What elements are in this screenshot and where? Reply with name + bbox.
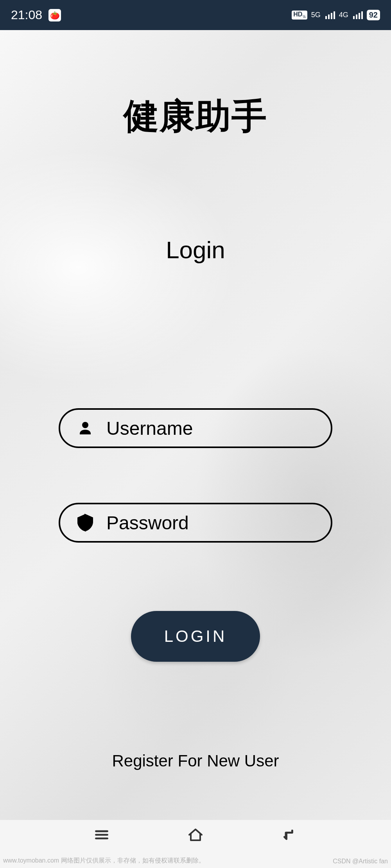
username-input[interactable] (106, 418, 340, 439)
status-right: HD½ 5G 4G 92 (292, 10, 380, 20)
login-heading: Login (166, 236, 225, 264)
signal-4g-label: 4G (339, 11, 348, 19)
footer-watermark-left: www.toymoban.com 网络图片仅供展示，非存储，如有侵权请联系删除。 (3, 857, 205, 865)
hd-badge: HD½ (292, 11, 307, 20)
nav-bar (0, 820, 391, 850)
nav-back-button[interactable] (278, 824, 300, 846)
svg-point-0 (82, 422, 88, 428)
login-button[interactable]: LOGIN (131, 611, 260, 662)
username-field-container[interactable] (59, 408, 332, 448)
nav-home-button[interactable] (185, 824, 206, 846)
status-time: 21:08 (11, 8, 42, 22)
footer-watermark-right: CSDN @Artistic fan (333, 858, 388, 865)
status-bar: 21:08 🍅 HD½ 5G 4G 92 (0, 0, 391, 30)
password-field-container[interactable] (59, 503, 332, 543)
person-icon (76, 419, 95, 438)
signal-5g-bars (325, 11, 335, 19)
app-title: 健康助手 (124, 93, 267, 140)
nav-menu-button[interactable] (91, 824, 113, 846)
shield-icon (76, 513, 95, 532)
signal-5g-label: 5G (311, 11, 321, 19)
status-left: 21:08 🍅 (11, 8, 61, 22)
app-notification-icon: 🍅 (48, 9, 61, 21)
battery-indicator: 92 (367, 10, 380, 20)
signal-4g-bars (353, 11, 363, 19)
password-input[interactable] (106, 512, 340, 534)
main-content: 健康助手 Login LOGIN Re (0, 30, 391, 820)
register-link[interactable]: Register For New User (112, 752, 279, 770)
